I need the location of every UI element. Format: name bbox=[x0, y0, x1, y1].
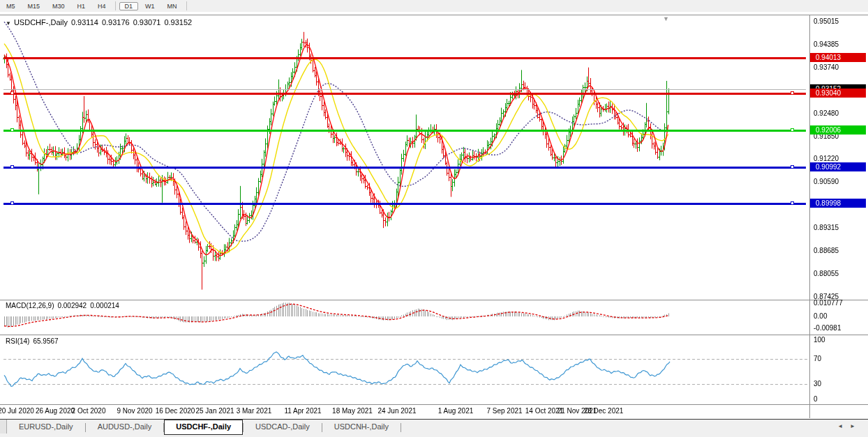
left-line-handle[interactable] bbox=[10, 201, 14, 205]
timeframe-button-mn[interactable]: MN bbox=[162, 2, 183, 10]
date-label: 1 Aug 2021 bbox=[438, 407, 474, 415]
chart-tabbar: EURUSD-,DailyAUDUSD-,DailyUSDCHF-,DailyU… bbox=[0, 419, 868, 437]
tab-scroll-arrows[interactable]: ◄► bbox=[837, 423, 862, 429]
chart-top-border bbox=[0, 15, 868, 15]
rsi-axis-label: 30 bbox=[814, 380, 821, 388]
price-badge-0.94013: 0.94013 bbox=[810, 53, 866, 62]
price-axis-label: 0.89315 bbox=[814, 224, 839, 231]
price-axis-label: 0.88055 bbox=[814, 270, 839, 277]
timeframe-button-h4[interactable]: H4 bbox=[92, 2, 112, 10]
rsi-name: RSI(14) bbox=[6, 337, 29, 345]
left-line-handle[interactable] bbox=[10, 128, 14, 132]
date-label: 25 Jan 2021 bbox=[195, 407, 234, 415]
tab-usdcnh-daily[interactable]: USDCNH-,Daily bbox=[322, 420, 401, 434]
trading-app-window: { "toolbar":{"timeframes":["M5","M15","M… bbox=[0, 0, 868, 437]
right-line-handle[interactable] bbox=[791, 165, 794, 169]
right-line-handle[interactable] bbox=[791, 91, 794, 95]
macd-axis-label: 0.010777 bbox=[814, 299, 843, 307]
price-axis-separator bbox=[809, 15, 810, 418]
price-axis-label: 0.93740 bbox=[814, 63, 839, 71]
macd-signal-value: 0.000214 bbox=[90, 302, 119, 309]
collapse-chart-icon[interactable]: ▼ bbox=[6, 20, 11, 26]
ohlc-open: 0.93114 bbox=[71, 18, 98, 26]
tab-scroll-left-icon[interactable]: ◄ bbox=[837, 423, 850, 429]
rsi-pane-separator bbox=[0, 335, 868, 335]
price-axis-label: 0.92480 bbox=[814, 109, 839, 117]
timeframe-button-w1[interactable]: W1 bbox=[140, 2, 160, 10]
price-axis-label: 0.90590 bbox=[814, 178, 839, 185]
date-label: 18 May 2021 bbox=[332, 407, 373, 415]
macd-indicator-label: MACD(12,26,9)0.0029420.000214 bbox=[6, 302, 123, 309]
tab-usdcad-daily[interactable]: USDCAD-,Daily bbox=[244, 420, 322, 434]
date-label: 24 Jun 2021 bbox=[377, 407, 416, 415]
date-axis-separator bbox=[0, 404, 868, 405]
price-axis-label: 0.91220 bbox=[814, 155, 839, 162]
macd-axis-label: -0.00981 bbox=[814, 324, 841, 332]
date-label: 26 Aug 2020 bbox=[36, 407, 75, 415]
tab-eurusd-daily[interactable]: EURUSD-,Daily bbox=[7, 420, 85, 434]
rsi-axis-label: 70 bbox=[814, 355, 821, 362]
price-badge-0.92006: 0.92006 bbox=[810, 125, 866, 135]
date-label: 7 Sep 2021 bbox=[486, 407, 522, 415]
timeframe-button-h1[interactable]: H1 bbox=[72, 2, 91, 10]
macd-pane-separator bbox=[0, 300, 868, 300]
date-label: 28 Dec 2021 bbox=[584, 407, 624, 415]
timeframe-button-m30[interactable]: M30 bbox=[47, 2, 70, 10]
tab-audusd-daily[interactable]: AUDUSD-,Daily bbox=[86, 420, 164, 434]
date-label: 11 Apr 2021 bbox=[284, 407, 321, 415]
date-label: 3 Mar 2021 bbox=[237, 407, 272, 415]
rsi-indicator-label: RSI(14)65.9567 bbox=[6, 337, 62, 345]
price-badge-0.90992: 0.90992 bbox=[810, 162, 866, 171]
timeframe-button-m5[interactable]: M5 bbox=[1, 2, 21, 10]
macd-axis-label: 0.00 bbox=[814, 312, 827, 320]
tab-scroll-right-icon[interactable]: ► bbox=[850, 423, 862, 429]
date-label: 9 Nov 2020 bbox=[117, 407, 152, 415]
timeframe-toolbar: M5M15M30H1H4D1W1MN bbox=[0, 0, 868, 12]
date-label: 20 Jul 2020 bbox=[0, 407, 34, 415]
tab-stub bbox=[0, 420, 7, 434]
ohlc-high: 0.93176 bbox=[102, 18, 130, 26]
rsi-axis-label: 0 bbox=[814, 395, 818, 403]
right-line-handle[interactable] bbox=[791, 128, 794, 132]
price-axis-label: 0.95015 bbox=[814, 17, 839, 25]
price-badge-0.89998: 0.89998 bbox=[810, 199, 866, 208]
macd-value: 0.002942 bbox=[57, 302, 87, 309]
left-line-handle[interactable] bbox=[10, 165, 14, 169]
date-label: 16 Dec 2020 bbox=[156, 407, 195, 415]
price-chart-canvas[interactable] bbox=[0, 0, 868, 437]
horizontal-line-0.94013[interactable] bbox=[3, 57, 806, 59]
ohlc-close: 0.93152 bbox=[164, 18, 192, 26]
toolbar-separator bbox=[186, 1, 187, 10]
horizontal-line-0.89998[interactable] bbox=[3, 203, 806, 205]
horizontal-line-0.93040[interactable] bbox=[3, 93, 806, 95]
symbol-label: USDCHF-,Daily bbox=[14, 18, 68, 26]
right-line-handle[interactable] bbox=[791, 201, 794, 205]
tab-divider bbox=[401, 423, 401, 432]
current-price-line bbox=[3, 89, 806, 90]
chart-header: ▼USDCHF-,Daily0.931140.931760.930710.931… bbox=[6, 18, 195, 26]
horizontal-line-0.92006[interactable] bbox=[3, 130, 806, 132]
rsi-value: 65.9567 bbox=[33, 337, 58, 345]
chart-shift-marker-icon: ▼ bbox=[663, 15, 669, 22]
price-badge-0.93040: 0.93040 bbox=[810, 89, 866, 98]
ohlc-low: 0.93071 bbox=[133, 18, 161, 26]
price-axis-label: 0.94385 bbox=[814, 40, 839, 48]
macd-name: MACD(12,26,9) bbox=[6, 302, 54, 309]
date-label: 2 Oct 2020 bbox=[72, 407, 106, 415]
toolbar-separator bbox=[115, 1, 116, 10]
price-axis-label: 0.88685 bbox=[814, 247, 839, 254]
horizontal-line-0.90992[interactable] bbox=[3, 167, 806, 169]
left-line-handle[interactable] bbox=[10, 91, 14, 95]
tab-usdchf-daily[interactable]: USDCHF-,Daily bbox=[164, 420, 243, 435]
timeframe-button-m15[interactable]: M15 bbox=[22, 2, 46, 10]
timeframe-button-d1[interactable]: D1 bbox=[119, 2, 139, 10]
rsi-axis-label: 100 bbox=[814, 336, 825, 344]
